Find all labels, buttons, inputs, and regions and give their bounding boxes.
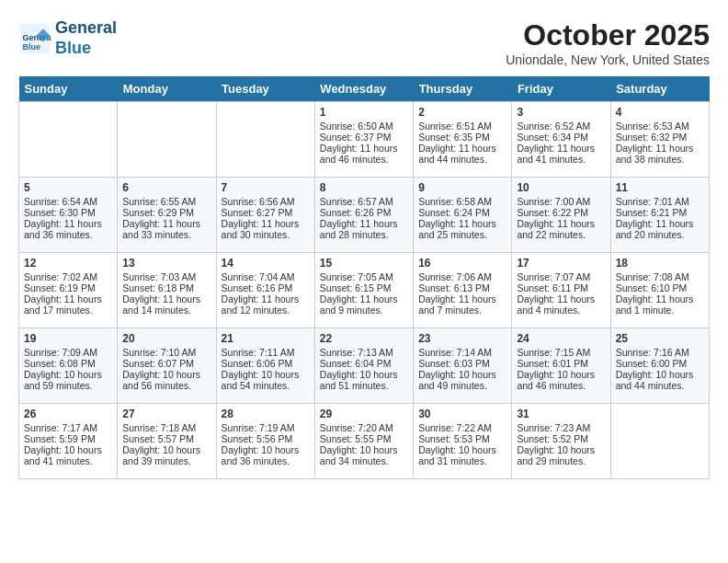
day-number: 25 <box>616 332 704 345</box>
day-number: 19 <box>24 332 112 345</box>
day-number: 6 <box>122 181 210 194</box>
day-number: 17 <box>517 257 605 270</box>
calendar-cell <box>19 102 118 178</box>
day-info: Sunrise: 7:03 AMSunset: 6:18 PMDaylight:… <box>122 271 210 316</box>
calendar-cell: 1Sunrise: 6:50 AMSunset: 6:37 PMDaylight… <box>314 102 413 178</box>
day-info: Sunrise: 7:04 AMSunset: 6:16 PMDaylight:… <box>222 271 310 316</box>
calendar-cell: 16Sunrise: 7:06 AMSunset: 6:13 PMDayligh… <box>414 253 512 328</box>
calendar-cell: 23Sunrise: 7:14 AMSunset: 6:03 PMDayligh… <box>414 328 512 404</box>
day-number: 26 <box>24 408 112 420</box>
day-number: 15 <box>320 257 408 270</box>
days-header-row: SundayMondayTuesdayWednesdayThursdayFrid… <box>19 76 710 102</box>
day-number: 12 <box>24 257 112 270</box>
calendar-cell: 21Sunrise: 7:11 AMSunset: 6:06 PMDayligh… <box>216 328 314 404</box>
day-info: Sunrise: 6:55 AMSunset: 6:29 PMDaylight:… <box>122 196 210 240</box>
day-info: Sunrise: 6:58 AMSunset: 6:24 PMDaylight:… <box>418 196 506 240</box>
calendar-cell: 8Sunrise: 6:57 AMSunset: 6:26 PMDaylight… <box>314 178 413 253</box>
day-info: Sunrise: 6:51 AMSunset: 6:35 PMDaylight:… <box>418 121 506 165</box>
day-number: 20 <box>122 332 210 345</box>
page-header: General Blue General Blue October 2025 U… <box>18 18 710 67</box>
day-info: Sunrise: 6:52 AMSunset: 6:34 PMDaylight:… <box>517 121 605 165</box>
calendar-cell: 25Sunrise: 7:16 AMSunset: 6:00 PMDayligh… <box>610 328 709 404</box>
day-number: 31 <box>517 408 605 420</box>
day-header-monday: Monday <box>118 76 216 102</box>
calendar-cell: 11Sunrise: 7:01 AMSunset: 6:21 PMDayligh… <box>610 178 709 253</box>
calendar-cell: 5Sunrise: 6:54 AMSunset: 6:30 PMDaylight… <box>19 178 118 253</box>
calendar-cell: 31Sunrise: 7:23 AMSunset: 5:52 PMDayligh… <box>512 404 610 479</box>
calendar-cell: 30Sunrise: 7:22 AMSunset: 5:53 PMDayligh… <box>414 404 512 479</box>
day-info: Sunrise: 7:17 AMSunset: 5:59 PMDaylight:… <box>24 422 112 466</box>
svg-text:Blue: Blue <box>23 41 41 51</box>
day-info: Sunrise: 6:54 AMSunset: 6:30 PMDaylight:… <box>24 196 112 240</box>
day-number: 7 <box>222 181 310 194</box>
day-number: 4 <box>616 106 704 119</box>
day-number: 8 <box>320 181 408 194</box>
day-header-sunday: Sunday <box>19 76 118 102</box>
day-number: 10 <box>517 181 605 194</box>
day-info: Sunrise: 6:50 AMSunset: 6:37 PMDaylight:… <box>320 121 408 165</box>
calendar-cell: 10Sunrise: 7:00 AMSunset: 6:22 PMDayligh… <box>512 178 610 253</box>
day-info: Sunrise: 7:23 AMSunset: 5:52 PMDaylight:… <box>517 422 605 466</box>
day-number: 13 <box>122 257 210 270</box>
calendar-cell: 15Sunrise: 7:05 AMSunset: 6:15 PMDayligh… <box>314 253 413 328</box>
logo: General Blue General Blue <box>18 18 117 58</box>
day-number: 24 <box>517 332 605 345</box>
calendar-cell: 27Sunrise: 7:18 AMSunset: 5:57 PMDayligh… <box>118 404 216 479</box>
title-area: October 2025 Uniondale, New York, United… <box>506 18 710 67</box>
calendar-cell: 14Sunrise: 7:04 AMSunset: 6:16 PMDayligh… <box>216 253 314 328</box>
day-number: 18 <box>616 257 704 270</box>
day-number: 1 <box>320 106 408 119</box>
day-info: Sunrise: 7:08 AMSunset: 6:10 PMDaylight:… <box>616 271 704 316</box>
day-info: Sunrise: 7:00 AMSunset: 6:22 PMDaylight:… <box>517 196 605 240</box>
calendar-cell: 29Sunrise: 7:20 AMSunset: 5:55 PMDayligh… <box>314 404 413 479</box>
day-number: 14 <box>222 257 310 270</box>
calendar-cell: 12Sunrise: 7:02 AMSunset: 6:19 PMDayligh… <box>19 253 118 328</box>
week-row-2: 5Sunrise: 6:54 AMSunset: 6:30 PMDaylight… <box>19 178 710 253</box>
day-number: 30 <box>418 408 506 420</box>
day-header-thursday: Thursday <box>414 76 512 102</box>
day-info: Sunrise: 7:19 AMSunset: 5:56 PMDaylight:… <box>222 422 310 466</box>
location: Uniondale, New York, United States <box>506 52 710 67</box>
day-info: Sunrise: 7:11 AMSunset: 6:06 PMDaylight:… <box>222 347 310 391</box>
calendar-cell: 7Sunrise: 6:56 AMSunset: 6:27 PMDaylight… <box>216 178 314 253</box>
calendar-cell: 3Sunrise: 6:52 AMSunset: 6:34 PMDaylight… <box>512 102 610 178</box>
calendar-cell: 26Sunrise: 7:17 AMSunset: 5:59 PMDayligh… <box>19 404 118 479</box>
calendar-cell: 13Sunrise: 7:03 AMSunset: 6:18 PMDayligh… <box>118 253 216 328</box>
day-header-wednesday: Wednesday <box>314 76 413 102</box>
day-header-saturday: Saturday <box>610 76 709 102</box>
day-info: Sunrise: 6:57 AMSunset: 6:26 PMDaylight:… <box>320 196 408 240</box>
logo-icon: General Blue <box>18 22 51 55</box>
day-header-friday: Friday <box>512 76 610 102</box>
calendar-table: SundayMondayTuesdayWednesdayThursdayFrid… <box>18 76 710 479</box>
calendar-cell <box>610 404 709 479</box>
day-info: Sunrise: 7:22 AMSunset: 5:53 PMDaylight:… <box>418 422 506 466</box>
day-info: Sunrise: 7:09 AMSunset: 6:08 PMDaylight:… <box>24 347 112 391</box>
calendar-cell <box>216 102 314 178</box>
day-number: 11 <box>616 181 704 194</box>
week-row-1: 1Sunrise: 6:50 AMSunset: 6:37 PMDaylight… <box>19 102 710 178</box>
day-number: 29 <box>320 408 408 420</box>
calendar-cell: 9Sunrise: 6:58 AMSunset: 6:24 PMDaylight… <box>414 178 512 253</box>
day-info: Sunrise: 7:16 AMSunset: 6:00 PMDaylight:… <box>616 347 704 391</box>
day-number: 28 <box>222 408 310 420</box>
day-info: Sunrise: 7:14 AMSunset: 6:03 PMDaylight:… <box>418 347 506 391</box>
calendar-cell: 22Sunrise: 7:13 AMSunset: 6:04 PMDayligh… <box>314 328 413 404</box>
day-number: 9 <box>418 181 506 194</box>
day-info: Sunrise: 7:13 AMSunset: 6:04 PMDaylight:… <box>320 347 408 391</box>
day-number: 22 <box>320 332 408 345</box>
calendar-cell: 19Sunrise: 7:09 AMSunset: 6:08 PMDayligh… <box>19 328 118 404</box>
day-info: Sunrise: 7:06 AMSunset: 6:13 PMDaylight:… <box>418 271 506 316</box>
day-number: 23 <box>418 332 506 345</box>
day-info: Sunrise: 7:10 AMSunset: 6:07 PMDaylight:… <box>122 347 210 391</box>
day-info: Sunrise: 6:56 AMSunset: 6:27 PMDaylight:… <box>222 196 310 240</box>
calendar-cell: 24Sunrise: 7:15 AMSunset: 6:01 PMDayligh… <box>512 328 610 404</box>
week-row-4: 19Sunrise: 7:09 AMSunset: 6:08 PMDayligh… <box>19 328 710 404</box>
day-number: 27 <box>122 408 210 420</box>
calendar-cell: 6Sunrise: 6:55 AMSunset: 6:29 PMDaylight… <box>118 178 216 253</box>
logo-text-line2: Blue <box>55 39 117 59</box>
calendar-cell: 17Sunrise: 7:07 AMSunset: 6:11 PMDayligh… <box>512 253 610 328</box>
day-info: Sunrise: 6:53 AMSunset: 6:32 PMDaylight:… <box>616 121 704 165</box>
day-number: 21 <box>222 332 310 345</box>
calendar-cell: 2Sunrise: 6:51 AMSunset: 6:35 PMDaylight… <box>414 102 512 178</box>
logo-text-line1: General <box>55 18 117 39</box>
